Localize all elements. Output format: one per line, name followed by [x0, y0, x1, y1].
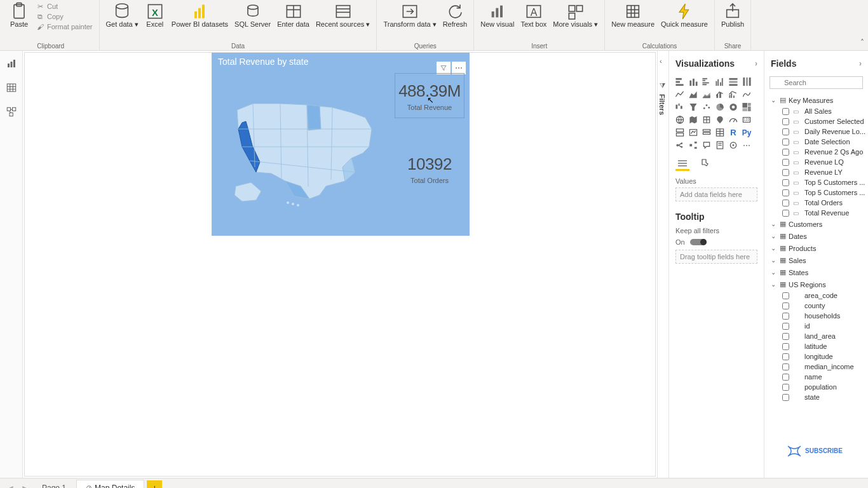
- field-item[interactable]: ▭Revenue LQ: [781, 157, 868, 167]
- field-item[interactable]: latitude: [781, 341, 868, 351]
- field-checkbox[interactable]: [782, 292, 789, 299]
- field-checkbox[interactable]: [782, 374, 789, 381]
- table-dates[interactable]: ⌄▦Dates: [768, 230, 868, 242]
- enter-data-button[interactable]: Enter data: [275, 1, 312, 29]
- field-checkbox[interactable]: [782, 149, 789, 156]
- quick-measure-button[interactable]: Quick measure: [658, 1, 710, 29]
- field-item[interactable]: median_income: [781, 362, 868, 372]
- format-tab-button[interactable]: [698, 157, 712, 171]
- shape-map-icon[interactable]: [701, 114, 712, 125]
- area-chart-icon[interactable]: [688, 89, 699, 100]
- hundred-bar-icon[interactable]: [728, 76, 739, 87]
- key-influencers-icon[interactable]: [674, 140, 686, 151]
- field-checkbox[interactable]: [782, 343, 789, 350]
- paginated-icon[interactable]: [714, 140, 726, 151]
- decomposition-icon[interactable]: [688, 140, 699, 151]
- stacked-bar-icon[interactable]: [674, 76, 686, 87]
- table-us-regions[interactable]: ⌄▦US Regions: [768, 278, 868, 290]
- text-box-button[interactable]: AText box: [518, 1, 549, 29]
- field-item[interactable]: state: [781, 392, 868, 402]
- page-tab-1[interactable]: Page 1: [33, 480, 75, 489]
- pie-icon[interactable]: [714, 102, 726, 112]
- field-item[interactable]: land_area: [781, 331, 868, 341]
- field-checkbox[interactable]: [782, 353, 789, 360]
- field-item[interactable]: county: [781, 301, 868, 311]
- refresh-button[interactable]: Refresh: [440, 1, 470, 29]
- table-key-measures[interactable]: ⌄▤Key Measures: [768, 94, 868, 106]
- field-item[interactable]: name: [781, 372, 868, 382]
- field-checkbox[interactable]: [782, 384, 789, 391]
- azure-map-icon[interactable]: [714, 114, 726, 125]
- field-checkbox[interactable]: [782, 313, 789, 320]
- field-checkbox[interactable]: [782, 159, 789, 166]
- filled-map-icon[interactable]: [688, 114, 699, 125]
- arcgis-icon[interactable]: [728, 140, 739, 151]
- collapse-ribbon-button[interactable]: ˄: [860, 38, 864, 47]
- line-clustered-icon[interactable]: [728, 89, 739, 100]
- field-checkbox[interactable]: [782, 169, 789, 176]
- field-item[interactable]: longitude: [781, 351, 868, 362]
- new-measure-button[interactable]: New measure: [609, 1, 657, 29]
- visual-more-button[interactable]: ⋯: [452, 62, 466, 74]
- field-checkbox[interactable]: [782, 128, 789, 135]
- field-checkbox[interactable]: [782, 394, 789, 401]
- table-states[interactable]: ⌄▦States: [768, 266, 868, 278]
- table-customers[interactable]: ⌄▦Customers: [768, 218, 868, 230]
- field-checkbox[interactable]: [782, 363, 789, 370]
- line-chart-icon[interactable]: [674, 89, 686, 100]
- field-checkbox[interactable]: [782, 139, 789, 146]
- table-products[interactable]: ⌄▦Products: [768, 242, 868, 254]
- field-checkbox[interactable]: [782, 333, 789, 340]
- field-item[interactable]: ▭Top 5 Customers ...: [781, 177, 868, 187]
- hundred-column-icon[interactable]: [741, 76, 752, 87]
- field-item[interactable]: households: [781, 311, 868, 321]
- ribbon-chart-icon[interactable]: [741, 89, 752, 100]
- qa-icon[interactable]: [701, 140, 712, 151]
- python-visual-icon[interactable]: Py: [741, 127, 752, 138]
- values-drop-well[interactable]: Add data fields here: [675, 187, 757, 201]
- add-page-button[interactable]: +: [147, 480, 162, 489]
- stacked-column-icon[interactable]: [688, 76, 699, 87]
- collapse-panel-button[interactable]: ›: [755, 59, 757, 68]
- field-checkbox[interactable]: [782, 179, 789, 186]
- fields-tab-button[interactable]: [675, 157, 689, 171]
- paste-button[interactable]: Paste: [6, 1, 32, 29]
- field-item[interactable]: ▭Customer Selected: [781, 116, 868, 126]
- table-viz-icon[interactable]: [714, 127, 726, 138]
- new-visual-button[interactable]: New visual: [478, 1, 517, 29]
- scatter-icon[interactable]: [701, 102, 712, 112]
- field-item[interactable]: id: [781, 321, 868, 331]
- recent-sources-button[interactable]: Recent sources ▾: [313, 1, 373, 29]
- sql-server-button[interactable]: SQL Server: [232, 1, 273, 29]
- next-page-button[interactable]: ►: [18, 481, 32, 489]
- multi-card-icon[interactable]: [674, 127, 686, 138]
- gauge-icon[interactable]: [728, 114, 739, 125]
- field-checkbox[interactable]: [782, 108, 789, 115]
- more-visuals-button[interactable]: More visuals ▾: [550, 1, 600, 29]
- field-item[interactable]: area_code: [781, 290, 868, 301]
- filters-pane-collapsed[interactable]: ‹ ⧩ Filters: [657, 51, 668, 478]
- data-view-button[interactable]: [4, 80, 19, 95]
- field-item[interactable]: ▭Revenue LY: [781, 167, 868, 177]
- table-sales[interactable]: ⌄▦Sales: [768, 254, 868, 266]
- field-item[interactable]: population: [781, 382, 868, 392]
- stacked-area-icon[interactable]: [701, 89, 712, 100]
- map-icon[interactable]: [674, 114, 686, 125]
- field-checkbox[interactable]: [782, 118, 789, 125]
- field-checkbox[interactable]: [782, 200, 789, 207]
- field-item[interactable]: ▭Total Revenue: [781, 208, 868, 218]
- map-visual[interactable]: Total Revenue by state ⋯: [212, 53, 470, 236]
- field-checkbox[interactable]: [782, 323, 789, 330]
- donut-icon[interactable]: [728, 102, 739, 112]
- model-view-button[interactable]: [4, 104, 19, 119]
- card-icon[interactable]: 123: [741, 114, 752, 125]
- fields-search-input[interactable]: [770, 76, 863, 89]
- collapse-fields-button[interactable]: ›: [859, 59, 862, 68]
- field-item[interactable]: ▭Top 5 Customers ...: [781, 187, 868, 198]
- page-tab-2[interactable]: ⊘Map Details: [76, 480, 144, 488]
- waterfall-icon[interactable]: [674, 102, 686, 112]
- get-data-button[interactable]: Get data ▾: [104, 1, 141, 29]
- clustered-column-icon[interactable]: [714, 76, 726, 87]
- transform-data-button[interactable]: Transform data ▾: [381, 1, 438, 29]
- pbi-datasets-button[interactable]: Power BI datasets: [169, 1, 231, 29]
